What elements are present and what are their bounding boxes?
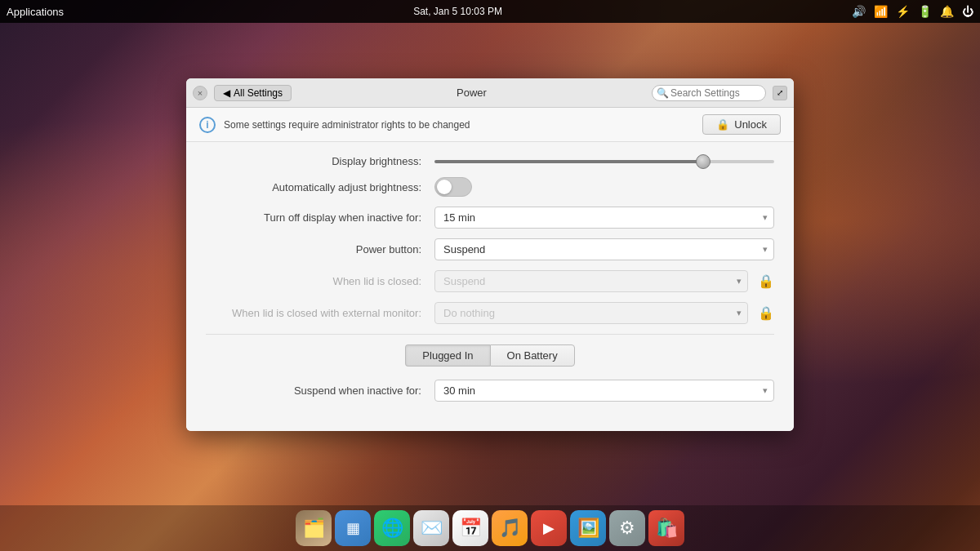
dock-item-store[interactable]: 🛍️: [648, 510, 684, 546]
panel-center: Sat, Jan 5 10:03 PM: [413, 6, 502, 17]
music-icon: 🎵: [499, 518, 521, 539]
auto-brightness-label: Automatically adjust brightness:: [206, 181, 434, 193]
taskbar: 🗂️ ▦ 🌐 ✉️ 📅 🎵 ▶ 🖼️ ⚙ 🛍️: [0, 505, 980, 551]
desktop: Applications Sat, Jan 5 10:03 PM 🔊 📶 ⚡ 🔋…: [0, 0, 980, 551]
tab-bar: Plugged In On Battery: [206, 344, 774, 367]
dock-item-windows[interactable]: ▦: [335, 510, 371, 546]
wifi-icon[interactable]: 📶: [874, 5, 888, 18]
lid-closed-select[interactable]: Suspend Hibernate Shut Down Do nothing: [434, 270, 748, 292]
dock-item-calendar[interactable]: 📅: [452, 510, 488, 546]
all-settings-button[interactable]: ◀ All Settings: [214, 85, 292, 101]
brightness-slider[interactable]: [434, 160, 774, 163]
auto-brightness-toggle[interactable]: [434, 177, 472, 197]
search-wrap: 🔍: [652, 85, 766, 101]
all-settings-label: All Settings: [234, 87, 283, 99]
unlock-label: Unlock: [734, 118, 767, 131]
maximize-button[interactable]: ⤢: [773, 86, 787, 100]
tab-on-battery[interactable]: On Battery: [490, 344, 575, 367]
toggle-knob: [437, 180, 452, 194]
brightness-thumb[interactable]: [696, 154, 710, 169]
dock-item-music[interactable]: 🎵: [492, 510, 528, 546]
power-button-select-wrap: Suspend Hibernate Shut Down Do nothing ▾: [434, 238, 774, 260]
turn-off-display-select[interactable]: 1 min 5 min 10 min 15 min 30 min 1 hour …: [434, 207, 774, 229]
photos-icon: 🖼️: [577, 518, 599, 539]
suspend-inactive-control: 1 min 5 min 15 min 30 min 1 hour Never ▾: [434, 380, 774, 402]
turn-off-display-row: Turn off display when inactive for: 1 mi…: [206, 207, 774, 229]
dock-item-settings[interactable]: ⚙: [609, 510, 645, 546]
top-panel: Applications Sat, Jan 5 10:03 PM 🔊 📶 ⚡ 🔋…: [0, 0, 980, 23]
info-icon: i: [199, 117, 216, 133]
back-arrow-icon: ◀: [223, 87, 230, 99]
turn-off-display-select-wrap: 1 min 5 min 10 min 15 min 30 min 1 hour …: [434, 207, 774, 229]
search-icon: 🔍: [657, 87, 669, 99]
bluetooth-icon[interactable]: ⚡: [896, 5, 910, 18]
auto-brightness-row: Automatically adjust brightness:: [206, 177, 774, 197]
panel-right: 🔊 📶 ⚡ 🔋 🔔 ⏻: [852, 5, 973, 18]
globe-icon: 🌐: [381, 518, 403, 539]
brightness-control: [434, 160, 774, 163]
dock-item-globe[interactable]: 🌐: [374, 510, 410, 546]
suspend-inactive-row: Suspend when inactive for: 1 min 5 min 1…: [206, 380, 774, 402]
admin-bar: i Some settings require administrator ri…: [186, 108, 794, 142]
lid-closed-control: Suspend Hibernate Shut Down Do nothing ▾…: [434, 270, 774, 292]
settings-icon: ⚙: [619, 518, 635, 539]
tab-plugged-in[interactable]: Plugged In: [405, 344, 489, 367]
lid-external-select-wrap: Do nothing Suspend Hibernate ▾: [434, 302, 748, 324]
mail-icon: ✉️: [421, 518, 443, 539]
suspend-inactive-select[interactable]: 1 min 5 min 15 min 30 min 1 hour Never: [434, 380, 774, 402]
battery-icon[interactable]: 🔋: [918, 5, 932, 18]
power-icon[interactable]: ⏻: [962, 5, 973, 18]
admin-message: Some settings require administrator righ…: [224, 119, 694, 131]
windows-icon: ▦: [346, 519, 360, 537]
settings-content: Display brightness: Automatically adjust…: [186, 142, 794, 431]
brightness-label: Display brightness:: [206, 155, 434, 167]
dock-item-video[interactable]: ▶: [531, 510, 567, 546]
unlock-button[interactable]: 🔒 Unlock: [702, 114, 781, 135]
lid-external-lock-icon: 🔒: [758, 305, 774, 321]
notification-icon[interactable]: 🔔: [940, 5, 954, 18]
files-icon: 🗂️: [303, 518, 325, 539]
lid-external-label: When lid is closed with external monitor…: [206, 307, 434, 319]
lid-external-row: When lid is closed with external monitor…: [206, 302, 774, 324]
auto-brightness-control: [434, 177, 774, 197]
power-button-label: Power button:: [206, 243, 434, 256]
dock-item-photos[interactable]: 🖼️: [570, 510, 606, 546]
lid-external-control: Do nothing Suspend Hibernate ▾ 🔒: [434, 302, 774, 324]
search-input[interactable]: [652, 85, 766, 101]
lid-closed-label: When lid is closed:: [206, 275, 434, 287]
lid-closed-select-wrap: Suspend Hibernate Shut Down Do nothing ▾: [434, 270, 748, 292]
dock-item-mail[interactable]: ✉️: [413, 510, 449, 546]
window-titlebar: × ◀ All Settings Power 🔍 ⤢: [186, 78, 794, 108]
applications-menu[interactable]: Applications: [7, 6, 64, 18]
video-icon: ▶: [543, 519, 555, 537]
power-button-row: Power button: Suspend Hibernate Shut Dow…: [206, 238, 774, 260]
suspend-inactive-select-wrap: 1 min 5 min 15 min 30 min 1 hour Never ▾: [434, 380, 774, 402]
volume-icon[interactable]: 🔊: [852, 5, 866, 18]
power-button-select[interactable]: Suspend Hibernate Shut Down Do nothing: [434, 238, 774, 260]
close-button[interactable]: ×: [193, 86, 207, 100]
turn-off-display-label: Turn off display when inactive for:: [206, 211, 434, 224]
lid-closed-lock-icon: 🔒: [758, 273, 774, 289]
window-title: Power: [298, 87, 645, 99]
lid-closed-row: When lid is closed: Suspend Hibernate Sh…: [206, 270, 774, 292]
power-button-control: Suspend Hibernate Shut Down Do nothing ▾: [434, 238, 774, 260]
store-icon: 🛍️: [656, 518, 678, 539]
suspend-inactive-label: Suspend when inactive for:: [206, 384, 434, 397]
dock-item-files[interactable]: 🗂️: [296, 510, 332, 546]
settings-window: × ◀ All Settings Power 🔍 ⤢ i Some settin…: [186, 78, 794, 431]
panel-left: Applications: [7, 6, 64, 18]
lock-icon: 🔒: [716, 118, 729, 131]
calendar-icon: 📅: [460, 518, 482, 539]
lid-external-select[interactable]: Do nothing Suspend Hibernate: [434, 302, 748, 324]
divider: [206, 334, 774, 335]
brightness-row: Display brightness:: [206, 155, 774, 167]
turn-off-display-control: 1 min 5 min 10 min 15 min 30 min 1 hour …: [434, 207, 774, 229]
datetime: Sat, Jan 5 10:03 PM: [413, 6, 502, 17]
